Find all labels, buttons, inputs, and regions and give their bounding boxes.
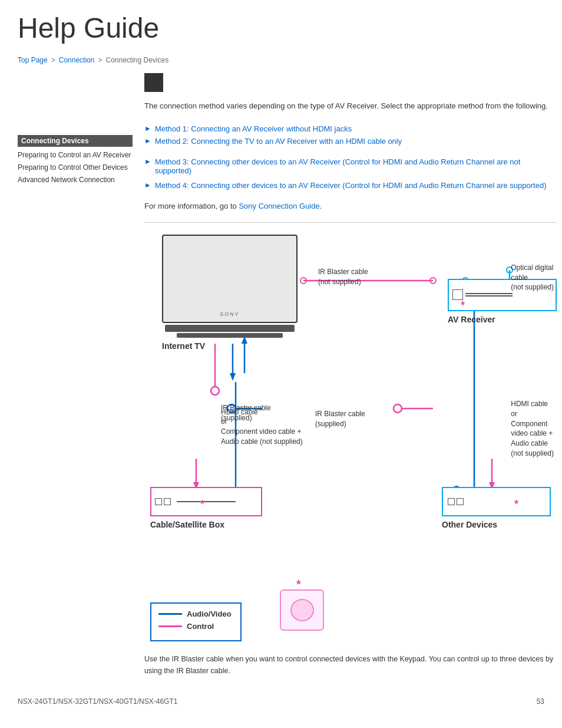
sidebar-item-advanced-network[interactable]: Advanced Network Connection: [18, 175, 133, 185]
asterisk-cable: *: [200, 497, 204, 512]
tv-device: Internet TV: [162, 235, 297, 351]
cable-sat-box-area: Cable/Satellite Box: [150, 487, 271, 529]
method-3-arrow: ►: [144, 157, 151, 166]
ir-blaster-not-supplied-label: IR Blaster cable(not supplied): [318, 267, 368, 287]
breadcrumb-current: Connecting Devices: [105, 56, 168, 64]
cable-box-squares: [155, 498, 171, 505]
cable-box-device: [150, 487, 262, 516]
method-1-link[interactable]: ► Method 1: Connecting an AV Receiver wi…: [144, 124, 557, 133]
method-2-link[interactable]: ► Method 2: Connecting the TV to an AV R…: [144, 137, 557, 146]
svg-point-5: [300, 278, 306, 284]
other-sq1: [448, 498, 455, 505]
other-squares: [448, 498, 464, 505]
asterisk-other: *: [514, 497, 518, 512]
cable-label: Cable/Satellite Box: [150, 520, 271, 529]
legend-ctrl-line: [158, 625, 182, 627]
diagram: Internet TV AV Receiver IR Blaster cable…: [144, 235, 557, 647]
svg-point-15: [394, 404, 402, 413]
other-box-device: [442, 487, 551, 516]
av-box-line-2: [465, 295, 513, 297]
svg-point-11: [211, 387, 219, 395]
page-title: Help Guide: [18, 12, 544, 44]
keypad-device: *: [280, 589, 327, 637]
sq1: [155, 498, 162, 505]
method-4-text[interactable]: Method 4: Connecting other devices to an…: [155, 181, 547, 190]
legend-ctrl-item: Control: [158, 622, 233, 631]
method-1-arrow: ►: [144, 124, 151, 133]
tv-label: Internet TV: [162, 341, 297, 351]
footer-model: NSX-24GT1/NSX-32GT1/NSX-40GT1/NSX-46GT1: [18, 697, 177, 706]
keypad-box: [280, 589, 324, 631]
legend-box: Audio/Video Control: [150, 602, 242, 641]
sidebar-item-other-devices[interactable]: Preparing to Control Other Devices: [18, 163, 133, 173]
other-sq2: [457, 498, 464, 505]
method-2-arrow: ►: [144, 137, 151, 145]
footer-page: 53: [537, 697, 544, 706]
legend-av-item: Audio/Video: [158, 610, 233, 618]
ir-blaster-supplied-2-label: IR Blaster cable(supplied): [315, 409, 365, 429]
section-divider: [144, 222, 557, 223]
methods-section-2: ► Method 3: Connecting other devices to …: [144, 157, 557, 190]
legend-av-label: Audio/Video: [187, 610, 232, 618]
more-info: For more information, go to Sony Connect…: [144, 202, 557, 210]
svg-point-6: [430, 278, 436, 284]
asterisk-av: *: [461, 298, 465, 313]
legend-ctrl-label: Control: [187, 622, 214, 631]
method-3-link[interactable]: ► Method 3: Connecting other devices to …: [144, 157, 557, 175]
tv-base: [177, 333, 283, 338]
cable-box-line: [177, 501, 236, 502]
tv-screen: [162, 235, 297, 323]
method-3-text[interactable]: Method 3: Connecting other devices to an…: [155, 157, 557, 175]
method-4-link[interactable]: ► Method 4: Connecting other devices to …: [144, 181, 557, 190]
footer: NSX-24GT1/NSX-32GT1/NSX-40GT1/NSX-46GT1 …: [0, 689, 562, 714]
caption-text: Use the IR Blaster cable when you want t…: [144, 653, 557, 677]
breadcrumb-connection[interactable]: Connection: [59, 56, 95, 64]
sidebar: Connecting Devices Preparing to Control …: [18, 73, 133, 677]
sony-connection-guide-link[interactable]: Sony Connection Guide: [239, 202, 319, 210]
breadcrumb: Top Page > Connection > Connecting Devic…: [0, 56, 562, 64]
intro-text: The connection method varies depending o…: [144, 100, 557, 113]
content-area: The connection method varies depending o…: [133, 73, 557, 677]
hdmi-cable-label: HDMI cableorComponent video cable +Audio…: [221, 407, 303, 447]
other-label: Other Devices: [442, 520, 557, 529]
svg-marker-8: [230, 373, 236, 381]
tv-stand: [165, 325, 295, 332]
sq2: [164, 498, 171, 505]
page-icon: [144, 73, 163, 92]
legend-av-line: [158, 613, 182, 615]
breadcrumb-top[interactable]: Top Page: [18, 56, 48, 64]
methods-section-1: ► Method 1: Connecting an AV Receiver wi…: [144, 124, 557, 146]
sidebar-item-connecting-devices[interactable]: Connecting Devices: [18, 135, 133, 147]
av-box-line-1: [465, 293, 513, 294]
method-2-text[interactable]: Method 2: Connecting the TV to an AV Rec…: [155, 137, 402, 146]
method-4-arrow: ►: [144, 181, 151, 189]
sidebar-item-av-receiver[interactable]: Preparing to Control an AV Receiver: [18, 150, 133, 160]
hdmi-component-label: HDMI cableorComponentvideo cable +Audio …: [511, 399, 554, 459]
other-devices-area: Other Devices: [442, 487, 557, 529]
optical-cable-label: Optical digitalcable(not supplied): [511, 263, 554, 292]
av-label: AV Receiver: [448, 315, 557, 324]
keypad-circle: [290, 599, 314, 621]
method-1-text[interactable]: Method 1: Connecting an AV Receiver with…: [155, 124, 352, 133]
